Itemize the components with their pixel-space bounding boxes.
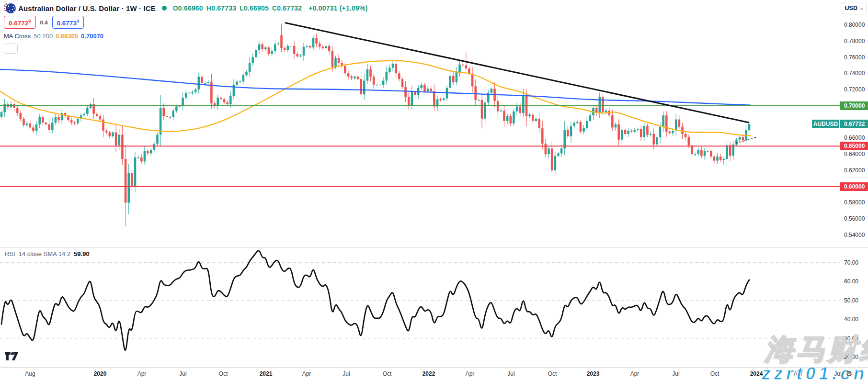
time-axis-label[interactable]: Jul (672, 370, 679, 377)
chevron-up-icon (4, 3, 9, 6)
candles (0, 24, 751, 226)
pane-separator[interactable] (0, 247, 868, 248)
ohlc-item: H0.67733 (206, 4, 236, 12)
ma-fast-value: 0.66305 (56, 33, 78, 40)
rsi-tick-label: 50.00 (844, 297, 858, 304)
currency-label: USD (845, 5, 857, 11)
candlestick-chart[interactable] (0, 0, 868, 380)
rsi-value: 59.90 (74, 250, 90, 257)
collapse-legend-button[interactable] (4, 44, 18, 54)
price-tick-label: 0.74000 (844, 70, 865, 77)
axis-settings-gear-icon[interactable]: ⚙ (846, 369, 852, 378)
price-tick-label: 0.72000 (844, 86, 865, 93)
time-axis-label[interactable]: Jul (834, 370, 841, 377)
time-axis-label[interactable]: Jul (179, 370, 186, 377)
level-price-tag: 0.60000 (840, 182, 868, 191)
price-tick-label: 0.66000 (844, 134, 865, 141)
time-axis-label[interactable]: Apr (302, 370, 311, 377)
rsi-tick-label: 60.00 (844, 278, 858, 285)
time-axis-label[interactable]: 2021 (260, 370, 273, 377)
chevron-down-icon: ⌄ (859, 6, 864, 11)
indicator-name: MA Cross (4, 33, 31, 40)
rsi-tick-label: 40.00 (844, 316, 858, 323)
time-axis-label[interactable]: Jul (507, 370, 514, 377)
market-status-icon[interactable] (162, 6, 167, 11)
rsi-legend[interactable]: RSI 14 close SMA 14 2 59.90 (5, 250, 90, 257)
time-axis-label[interactable]: Oct (383, 370, 392, 377)
time-axis-label[interactable]: Apr (794, 370, 803, 377)
price-tick-label: 0.64000 (844, 151, 865, 157)
symbol-legend: Australian Dollar / U.S. Dollar · 1W · I… (4, 3, 371, 54)
symbol-title[interactable]: Australian Dollar / U.S. Dollar · 1W · I… (18, 4, 156, 12)
ohlc-item: L0.66905 (240, 4, 269, 12)
ma-slow-line (0, 69, 751, 105)
buy-price-button[interactable]: 0.67733 (52, 16, 84, 29)
price-tick-label: 0.58000 (844, 199, 865, 206)
chart-window: Australian Dollar / U.S. Dollar · 1W · I… (0, 0, 868, 380)
time-axis-label[interactable]: Oct (710, 370, 720, 377)
rsi-tick-label: 30.00 (844, 335, 858, 342)
ohlc-item: C0.67732 (272, 4, 302, 12)
price-tick-label: 0.56000 (844, 215, 865, 222)
time-axis-label[interactable]: 2022 (423, 370, 435, 377)
rsi-params: 14 close SMA 14 2 (19, 250, 70, 257)
rsi-pane (0, 251, 840, 350)
level-price-tag: 0.70000 (840, 101, 868, 110)
price-tick-label: 0.78000 (844, 38, 865, 45)
ohlc-values: O0.66960H0.67733L0.66905C0.67732+0.00731… (173, 4, 371, 12)
sell-price-button[interactable]: 0.67729 (4, 16, 36, 29)
time-axis-label[interactable]: Apr (630, 370, 640, 377)
last-price-tag: 0.67732 (840, 120, 868, 128)
time-axis-label[interactable]: Oct (548, 370, 557, 377)
rsi-tick-label: 20.00 (844, 354, 858, 360)
time-axis-label[interactable]: Jul (343, 370, 350, 377)
time-axis-label[interactable]: 2023 (587, 370, 600, 377)
currency-selector-button[interactable]: USD ⌄ (842, 2, 867, 14)
time-axis-label[interactable]: 2020 (94, 370, 107, 377)
symbol-price-tag: AUDUSD (812, 120, 839, 128)
time-axis-label[interactable]: 2024 (750, 370, 763, 377)
rsi-tick-label: 70.00 (844, 259, 858, 266)
time-axis-label[interactable]: Apr (466, 370, 475, 377)
indicator-params: 50 200 (34, 33, 53, 40)
change-value: +0.00731 (+1.09%) (308, 4, 367, 12)
time-axis-border (0, 367, 868, 368)
price-tick-label: 0.76000 (844, 54, 865, 61)
ohlc-item: O0.66960 (173, 4, 203, 12)
price-tick-label: 0.54000 (844, 232, 865, 238)
level-price-tag: 0.65000 (840, 142, 868, 150)
ma-slow-value: 0.70070 (81, 33, 103, 40)
time-axis-label[interactable]: Oct (219, 370, 228, 377)
time-axis-label[interactable]: Apr (137, 370, 147, 377)
price-tick-label: 0.62000 (844, 167, 865, 174)
price-tick-label: 0.80000 (844, 22, 865, 28)
rsi-name: RSI (5, 250, 15, 257)
ma-cross-legend[interactable]: MA Cross 50 200 0.66305 0.70070 (4, 32, 371, 40)
tradingview-logo[interactable] (5, 352, 20, 361)
time-axis-label[interactable]: Aug (25, 370, 35, 377)
spread-value: 0.4 (40, 20, 48, 25)
